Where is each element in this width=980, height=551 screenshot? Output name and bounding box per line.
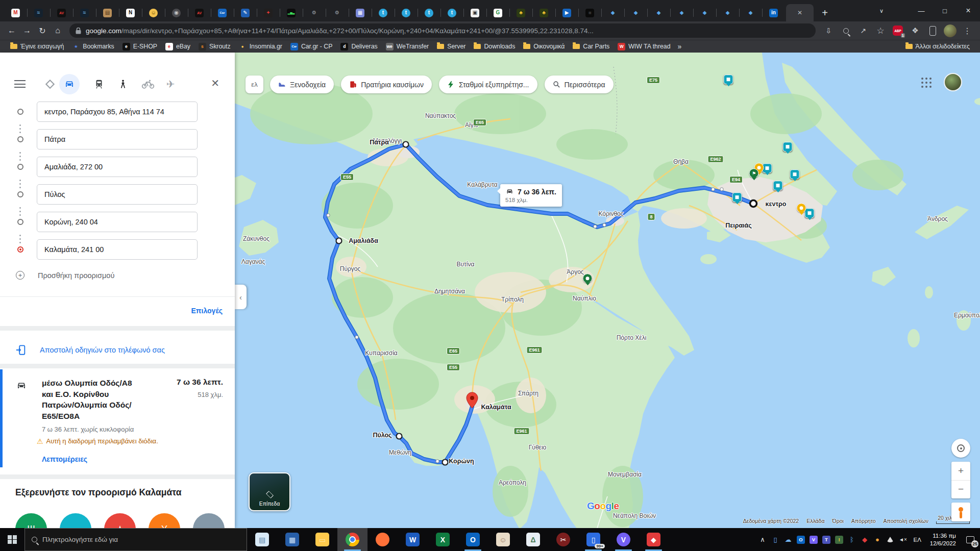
pinned-tab-drop[interactable]: ◆ (670, 4, 693, 21)
bookmark-item[interactable]: ●Insomnia.gr (235, 43, 286, 51)
volume-muted-icon[interactable]: ◄× (896, 528, 909, 551)
bookmark-item[interactable]: CarCar.gr - CP (286, 43, 337, 51)
adblock-extension-icon[interactable]: ABP1 (889, 23, 906, 38)
collapse-panel-button[interactable]: ‹ (235, 285, 247, 309)
pinned-tab-av-player[interactable]: AV (188, 4, 211, 21)
pinned-tab-tumblr[interactable]: t (440, 4, 463, 21)
category-bars[interactable]: Y (149, 513, 180, 528)
tray-teams[interactable]: T (820, 528, 832, 551)
wifi-icon[interactable] (884, 528, 896, 551)
account-avatar[interactable] (944, 73, 962, 91)
pinned-tab-settings-site[interactable]: ⚙ (326, 4, 349, 21)
pinned-tab-library[interactable]: ▤ (96, 4, 119, 21)
bookmark-item[interactable]: eE-SHOP (118, 43, 161, 51)
taskbar-app-file-explorer[interactable]: ▭ (307, 528, 337, 551)
bookmark-item[interactable]: Έγινε εισαγωγή (6, 43, 68, 51)
pinned-tab-drop[interactable]: ◆ (624, 4, 647, 21)
place-pin-teal[interactable] (724, 74, 733, 84)
attribution-item[interactable]: Όροι (832, 518, 844, 524)
pinned-tab-red-pattern[interactable]: ✦ (257, 4, 280, 21)
tray-security-shield[interactable]: ! (832, 528, 845, 551)
layers-button[interactable]: Επίπεδα (249, 472, 290, 511)
home-button[interactable]: ⌂ (50, 23, 65, 38)
pinned-tab-win-app[interactable]: ▦ (349, 4, 372, 21)
waypoint-marker[interactable] (443, 460, 448, 465)
tray-onedrive[interactable]: ☁ (781, 528, 794, 551)
send-directions-row[interactable]: Αποστολή οδηγιών στο τηλέφωνό σας (0, 338, 235, 362)
mode-flight[interactable]: ✈ (160, 74, 181, 94)
address-bar[interactable]: google.com/maps/dir/κεντρο,+Παράσχου+85,… (69, 23, 816, 38)
place-pin-green[interactable] (583, 273, 593, 283)
place-pin-teal[interactable] (790, 169, 800, 179)
bookmark-item[interactable]: Downloads (470, 43, 519, 51)
mode-walking[interactable] (113, 74, 133, 94)
start-marker[interactable] (750, 201, 757, 207)
pinned-tab-mascot[interactable]: ♣ (509, 4, 532, 21)
zoom-in-button[interactable]: + (951, 462, 970, 481)
mode-best-route[interactable] (40, 74, 60, 94)
map-canvas[interactable]: ‹ ελ ΞενοδοχείαΠρατήρια καυσίμωνΣταθμοί … (235, 53, 980, 528)
pinned-tab-tumblr[interactable]: t (395, 4, 418, 21)
clock[interactable]: 11:36 πμ 12/6/2022 (925, 532, 961, 547)
bookmark-item[interactable]: dDeliveras (336, 43, 381, 51)
pinned-tab-feather-notes[interactable]: ✎ (234, 4, 257, 21)
pinned-tab-mascot[interactable]: ♣ (532, 4, 555, 21)
waypoint-input-6[interactable] (37, 239, 198, 260)
bookmark-item[interactable]: eeBay (161, 43, 194, 51)
tray-phone-link[interactable]: ▯ (769, 528, 781, 551)
pinned-tab-tumblr[interactable]: t (418, 4, 440, 21)
category-attractions[interactable]: ★ (104, 513, 136, 528)
place-pin-flag[interactable]: ⚑ (749, 168, 759, 178)
pinned-tab-gmail[interactable]: M (4, 4, 27, 21)
taskbar-app-word[interactable]: W (398, 528, 428, 551)
place-pin-teal[interactable] (805, 208, 815, 218)
bookmark-item[interactable]: Server (433, 43, 470, 51)
pinned-tab-cassette[interactable]: ▣ (463, 4, 486, 21)
pinned-tab-audio-wave[interactable]: ≈ (27, 4, 50, 21)
zoom-out-button[interactable]: − (951, 481, 970, 499)
chip-fuel[interactable]: Πρατήρια καυσίμων (341, 76, 432, 93)
attribution-item[interactable]: Ελλάδα (806, 518, 824, 524)
attribution-item[interactable]: Δεδομένα χάρτη ©2022 (743, 518, 799, 524)
mode-transit[interactable] (89, 74, 109, 94)
taskbar-app-your-phone[interactable]: ▯99+ (578, 528, 608, 551)
category-hotels[interactable]: ▬ (60, 513, 91, 528)
bookmark-item[interactable]: Car Parts (569, 43, 614, 51)
waypoint-marker[interactable] (403, 142, 409, 147)
chip-search[interactable]: Περισσότερα (545, 76, 614, 93)
bookmark-item[interactable]: weWeTransfer (382, 43, 433, 51)
pinned-tab-settings-site[interactable]: ⚙ (303, 4, 326, 21)
category-restaurants[interactable]: Ψ (15, 513, 47, 528)
maximize-button[interactable]: □ (933, 0, 957, 21)
chip-bolt[interactable]: Σταθμοί εξυπηρέτησ... (439, 76, 537, 93)
close-directions-icon[interactable]: ✕ (211, 77, 219, 89)
pinned-tab-notion[interactable]: N (119, 4, 142, 21)
taskbar-app-notepad[interactable]: ▤ (247, 528, 277, 551)
taskbar-app-photo-lab[interactable]: Δ (518, 528, 548, 551)
device-icon[interactable] (924, 23, 941, 38)
place-pin-yellow[interactable] (797, 203, 806, 213)
minimize-button[interactable]: — (910, 0, 933, 21)
waypoint-input-2[interactable] (37, 129, 198, 149)
install-app-icon[interactable]: ⇩ (820, 23, 837, 38)
close-tab-icon[interactable]: ✕ (797, 9, 802, 16)
zoom-indicator-icon[interactable] (837, 23, 854, 38)
pinned-tab-drop[interactable]: ◆ (647, 4, 670, 21)
bookmark-item[interactable]: Οικονομικά (519, 43, 569, 51)
pinned-tab-green-g[interactable]: G (486, 4, 509, 21)
extensions-puzzle-icon[interactable]: ❖ (906, 23, 924, 38)
other-bookmarks[interactable]: Άλλοι σελιδοδείκτες (901, 43, 974, 50)
details-link[interactable]: Λεπτομέρειες (42, 455, 87, 463)
pinned-tab-equalizer[interactable]: ▂▅▃ (280, 4, 303, 21)
trip-info-bubble[interactable]: 7 ω 36 λεπ. 518 χλμ. (500, 184, 562, 207)
waypoint-input-3[interactable] (37, 157, 198, 177)
reload-button[interactable]: ↻ (35, 23, 50, 38)
pegman-button[interactable] (951, 503, 970, 521)
language-indicator[interactable]: ΕΛ (909, 537, 925, 543)
category-more[interactable]: ⋯ (193, 513, 225, 528)
taskbar-app-excel[interactable]: X (428, 528, 458, 551)
pinned-tab-drop[interactable]: ◆ (601, 4, 624, 21)
pinned-tab-drop[interactable]: ◆ (716, 4, 739, 21)
taskbar-app-calculator[interactable]: ▦ (277, 528, 307, 551)
options-link[interactable]: Επιλογές (191, 307, 223, 315)
